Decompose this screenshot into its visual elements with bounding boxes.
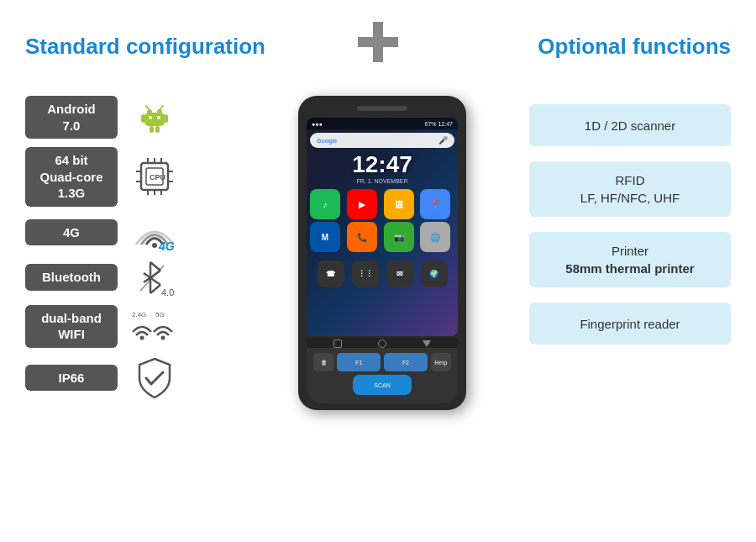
header: Standard configuration Optional function… <box>25 17 731 76</box>
spec-4g: 4G 4G <box>25 215 244 250</box>
google-label: Google <box>317 138 337 144</box>
phone-time: 12:47 <box>307 151 458 178</box>
key-f1: F1 <box>337 353 381 371</box>
phone-screen: ●●● 67% 12:47 Google 🎤 12:47 FR, 1. NOVE… <box>307 118 458 336</box>
svg-text:2.4G: 2.4G <box>132 311 146 318</box>
plus-symbol <box>353 17 403 76</box>
spec-android-label: Android7.0 <box>25 96 118 139</box>
svg-rect-4 <box>144 113 165 126</box>
bluetooth-icon: 4.0 <box>132 259 178 297</box>
opt-rfid: RFIDLF, HF/NFC, UHF <box>529 161 731 217</box>
svg-text:4.0: 4.0 <box>161 287 174 297</box>
spec-4g-label: 4G <box>25 219 118 246</box>
spec-ip66: IP66 <box>25 356 244 400</box>
svg-text:4G: 4G <box>158 239 175 250</box>
nav-back <box>333 339 342 348</box>
dock-msg: ✉ <box>386 260 413 287</box>
dock-apps: ⋮⋮ <box>352 260 379 287</box>
4g-icon: 4G <box>132 215 178 250</box>
key-f2: F2 <box>384 353 428 371</box>
app-gallery: 🖼 <box>384 189 414 219</box>
keypad-row-1: 🗑 F1 F2 Help <box>313 353 451 371</box>
svg-line-31 <box>150 285 160 293</box>
opt-fingerprint-label: Fingerprint reader <box>580 315 680 333</box>
key-help: Help <box>431 353 451 371</box>
key-scan[interactable]: SCAN <box>353 375 412 395</box>
app-phone: 📞 <box>347 222 377 252</box>
standard-config-title: Standard configuration <box>25 34 328 60</box>
svg-text:CPU: CPU <box>150 173 165 182</box>
dock-phone: ☎ <box>318 260 344 287</box>
spec-bluetooth-label: Bluetooth <box>25 264 118 291</box>
key-trash: 🗑 <box>313 353 333 371</box>
opt-fingerprint: Fingerprint reader <box>529 303 731 345</box>
optional-functions-title: Optional functions <box>428 34 731 60</box>
standard-config-list: Android7.0 <box>25 96 244 400</box>
dock-row: ☎ ⋮⋮ ✉ 🌍 <box>307 257 458 291</box>
google-bar: Google 🎤 <box>310 133 454 148</box>
shield-icon-container <box>129 356 180 400</box>
cpu-icon-container: CPU <box>129 156 180 197</box>
svg-rect-7 <box>150 126 154 133</box>
opt-scanner: 1D / 2D scanner <box>529 104 731 146</box>
wifi-icon-container: 2.4G 5G <box>129 307 180 345</box>
status-bar: ●●● 67% 12:47 <box>307 118 458 129</box>
app-email: M <box>310 222 340 252</box>
svg-point-9 <box>149 116 152 119</box>
main-content: Android7.0 <box>25 96 731 534</box>
svg-rect-1 <box>358 37 398 47</box>
svg-line-33 <box>140 266 164 291</box>
app-camera: 📷 <box>384 222 414 252</box>
shield-icon <box>134 356 175 400</box>
spec-cpu: 64 bitQuad-core1.3G <box>25 147 244 207</box>
app-spotify: ♪ <box>310 189 340 219</box>
app-youtube: ▶ <box>347 189 377 219</box>
spec-cpu-label: 64 bitQuad-core1.3G <box>25 147 118 207</box>
spec-ip66-label: IP66 <box>25 365 118 392</box>
phone-date: FR, 1. NOVEMBER <box>307 178 458 184</box>
status-bar-right: 67% 12:47 <box>425 121 453 127</box>
svg-point-10 <box>157 116 160 119</box>
android-icon <box>138 101 171 134</box>
phone-speaker <box>357 106 407 111</box>
phone-section: ●●● 67% 12:47 Google 🎤 12:47 FR, 1. NOVE… <box>244 96 529 410</box>
nav-recent <box>423 340 431 347</box>
spec-bluetooth: Bluetooth 4.0 <box>25 259 244 297</box>
svg-point-35 <box>140 336 144 340</box>
svg-rect-5 <box>141 114 145 123</box>
cpu-icon: CPU <box>133 156 176 197</box>
svg-line-11 <box>146 106 150 110</box>
svg-line-29 <box>150 262 160 271</box>
spec-wifi-label: dual-bandWIFI <box>25 305 118 348</box>
svg-line-12 <box>160 106 163 110</box>
mic-icon: 🎤 <box>438 136 448 145</box>
svg-rect-8 <box>155 126 160 133</box>
4g-icon-container: 4G <box>129 215 180 250</box>
spec-android: Android7.0 <box>25 96 244 139</box>
opt-rfid-label: RFIDLF, HF/NFC, UHF <box>580 171 680 207</box>
wifi-icon: 2.4G 5G <box>130 307 179 345</box>
page: Standard configuration Optional function… <box>0 0 756 542</box>
svg-point-36 <box>161 336 165 340</box>
phone-body: ●●● 67% 12:47 Google 🎤 12:47 FR, 1. NOVE… <box>298 96 466 410</box>
app-grid: ♪ ▶ 🖼 📍 M 📞 📷 🌐 <box>307 187 458 254</box>
svg-point-26 <box>152 243 157 248</box>
status-bar-left: ●●● <box>312 121 323 127</box>
bluetooth-icon-container: 4.0 <box>129 259 180 297</box>
svg-rect-6 <box>164 114 168 123</box>
spec-wifi: dual-bandWIFI 2.4G 5G <box>25 305 244 348</box>
svg-text:5G: 5G <box>155 311 165 318</box>
phone-keypad: 🗑 F1 F2 Help SCAN <box>307 348 458 403</box>
app-chrome: 🌐 <box>420 222 450 252</box>
phone-device: ●●● 67% 12:47 Google 🎤 12:47 FR, 1. NOVE… <box>298 96 475 410</box>
app-maps: 📍 <box>420 189 450 219</box>
opt-printer: Printer58mm thermal printer <box>529 232 731 287</box>
nav-home <box>378 339 386 348</box>
optional-functions-list: 1D / 2D scanner RFIDLF, HF/NFC, UHF Prin… <box>529 104 731 345</box>
android-icon-container <box>129 101 180 134</box>
opt-printer-label: Printer58mm thermal printer <box>565 242 694 277</box>
dock-browser: 🌍 <box>421 260 448 287</box>
opt-scanner-label: 1D / 2D scanner <box>585 117 675 134</box>
